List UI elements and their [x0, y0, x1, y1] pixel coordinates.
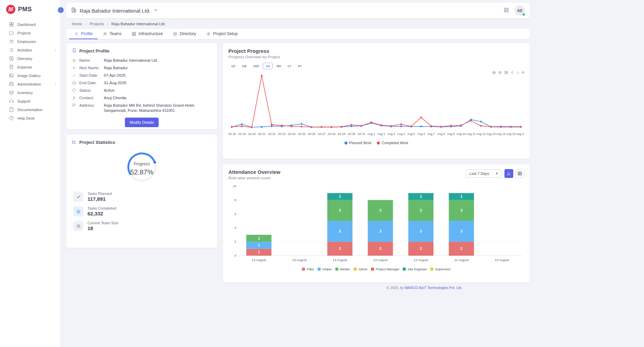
chart-line-icon: [72, 139, 77, 144]
flag-icon: [72, 103, 76, 108]
svg-text:13 August: 13 August: [373, 258, 388, 262]
svg-text:2: 2: [380, 247, 382, 251]
apps-grid-button[interactable]: [503, 7, 509, 14]
zoom-out-icon[interactable]: ⊖: [498, 70, 502, 75]
logo-icon: M: [6, 5, 15, 14]
view-toggle-table-icon[interactable]: [515, 169, 524, 178]
sidebar-item-directory[interactable]: Directory: [0, 54, 60, 63]
documentation-icon: [9, 107, 14, 112]
svg-text:Aug 13: Aug 13: [486, 132, 496, 136]
legend-swatch: [344, 141, 348, 145]
sidebar-item-expense[interactable]: Expense: [0, 63, 60, 71]
zoom-in-icon[interactable]: ⊕: [492, 70, 496, 75]
breadcrumb-item-projects[interactable]: Projects: [90, 22, 104, 26]
footer-company-link[interactable]: MARCO AIoT Technologies Pvt. Ltd.: [405, 286, 462, 290]
legend-item-welder[interactable]: Welder: [335, 267, 350, 271]
menu-icon[interactable]: ≡: [521, 70, 524, 75]
sidebar-item-help-desk[interactable]: Help Desk: [0, 114, 60, 122]
legend-item-fitter[interactable]: Fitter: [302, 267, 314, 271]
sidebar-item-activities[interactable]: Activities›: [0, 46, 60, 54]
range-button-1w[interactable]: 1W: [239, 63, 249, 69]
legend-item-admin[interactable]: Admin: [354, 267, 368, 271]
breadcrumb-separator: ›: [85, 21, 87, 26]
tab-directory[interactable]: Directory: [168, 29, 201, 39]
modify-details-button[interactable]: Modify Details: [125, 118, 158, 127]
tab-profile[interactable]: Profile: [69, 29, 98, 39]
project-profile-card: Project Profile Name:Raja Bahadur Intern…: [66, 43, 217, 129]
sidebar-item-label: Image Gallery: [17, 74, 41, 78]
legend-swatch: [371, 268, 374, 271]
administration-icon: [9, 81, 14, 87]
legend-item-completed-work[interactable]: Completed Work: [377, 141, 408, 145]
main-area: Raja Bahadur International Ltd. AD Home›…: [61, 0, 535, 292]
svg-text:Jul 19: Jul 19: [238, 132, 246, 136]
app-name: PMS: [18, 6, 32, 13]
field-value: Raja Bahadur International Ltd.: [104, 58, 158, 63]
progress-line-chart[interactable]: Jul 18Jul 19Jul 20Jul 21Jul 22Jul 23Jul …: [228, 69, 524, 140]
range-button-1y[interactable]: 1Y: [285, 63, 294, 69]
svg-text:Aug 5: Aug 5: [407, 132, 415, 136]
person-icon: [72, 96, 76, 100]
progress-chart-title: Project Progress: [228, 48, 524, 54]
tab-teams[interactable]: Teams: [98, 29, 127, 39]
sidebar-item-projects[interactable]: Projects: [0, 29, 60, 37]
stat-label: Tasks Planned: [87, 192, 112, 196]
shield-icon: [72, 88, 76, 93]
field-label: Status:: [79, 88, 101, 93]
online-status-dot: [522, 13, 525, 16]
legend-item-project-manager[interactable]: Project Manager: [371, 267, 400, 271]
tab-project-setup[interactable]: Project Setup: [201, 29, 243, 39]
legend-item-planned-work[interactable]: Planned Work: [344, 141, 372, 145]
attendance-bar-chart[interactable]: 024681016 August11115 August14 August233…: [228, 180, 524, 267]
project-progress-card: Project Progress Progress Overview by Pr…: [223, 43, 530, 159]
sidebar-collapse-button[interactable]: ‹: [58, 7, 64, 13]
legend-item-helper[interactable]: Helper: [318, 267, 332, 271]
sidebar-item-inventory[interactable]: Inventory: [0, 88, 60, 97]
stat-value: 62,332: [87, 211, 116, 216]
tab-bar: ProfileTeamsInfrastructureDirectoryProje…: [66, 29, 530, 39]
breadcrumb: Home›Projects›Raja Bahadur International…: [72, 21, 529, 26]
company-selector[interactable]: Raja Bahadur International Ltd.: [71, 7, 158, 14]
stat-icon-box: [73, 221, 83, 231]
profile-field-end-date-: End Date:31-Aug-2025: [72, 80, 212, 86]
range-button-1d[interactable]: 1D: [228, 63, 238, 69]
sidebar-item-support[interactable]: Support: [0, 97, 60, 105]
app-logo[interactable]: M PMS: [0, 0, 60, 17]
range-button-5y[interactable]: 5Y: [295, 63, 305, 69]
home-icon[interactable]: ⌂: [517, 70, 519, 75]
svg-text:Jul 21: Jul 21: [258, 132, 265, 136]
svg-text:Aug 14: Aug 14: [496, 132, 505, 136]
range-button-1m[interactable]: 1M: [263, 63, 273, 69]
range-button-15d[interactable]: 15D: [250, 63, 261, 69]
date-range-select[interactable]: Last 7 Days ▼: [466, 169, 502, 178]
legend-label: Site Engineer: [407, 267, 427, 271]
pan-icon[interactable]: ⊹: [511, 70, 514, 75]
user-avatar[interactable]: AD: [515, 5, 525, 16]
sidebar-item-dashboard[interactable]: Dashboard: [0, 20, 60, 29]
sidebar-item-label: Support: [17, 99, 31, 103]
project-statistics-card: Project Statistics Progress 52.87% Tasks…: [66, 135, 217, 248]
dashboard-icon: [9, 22, 14, 27]
legend-item-supervisor[interactable]: Supervisor: [430, 267, 450, 271]
breadcrumb-item-home[interactable]: Home: [72, 22, 82, 26]
view-toggle-bar-chart-icon[interactable]: [504, 169, 513, 178]
range-button-3m[interactable]: 3M: [274, 63, 284, 69]
sidebar: M PMS DashboardProjectsEmployeesActiviti…: [0, 0, 61, 347]
svg-text:2: 2: [339, 247, 341, 251]
legend-item-site-engineer[interactable]: Site Engineer: [403, 267, 427, 271]
svg-text:3: 3: [461, 229, 463, 233]
attendance-subtitle: Role-wise present count: [228, 176, 280, 180]
sidebar-item-image-gallery[interactable]: Image Gallery: [0, 71, 60, 80]
svg-text:Jul 25: Jul 25: [297, 132, 305, 136]
tab-infrastructure[interactable]: Infrastructure: [127, 29, 168, 39]
sidebar-item-employees[interactable]: Employees: [0, 37, 60, 46]
building-icon: [71, 7, 77, 13]
zoom-select-icon[interactable]: ⊞: [504, 70, 508, 75]
sidebar-item-documentation[interactable]: Documentation: [0, 105, 60, 114]
svg-text:Jul 29: Jul 29: [338, 132, 345, 136]
gear-icon: [206, 32, 211, 36]
grid-icon: [503, 7, 509, 13]
field-value: Raja Bahadur: [104, 65, 128, 71]
stat-value: 18: [87, 225, 118, 231]
sidebar-item-administration[interactable]: Administration›: [0, 80, 60, 88]
